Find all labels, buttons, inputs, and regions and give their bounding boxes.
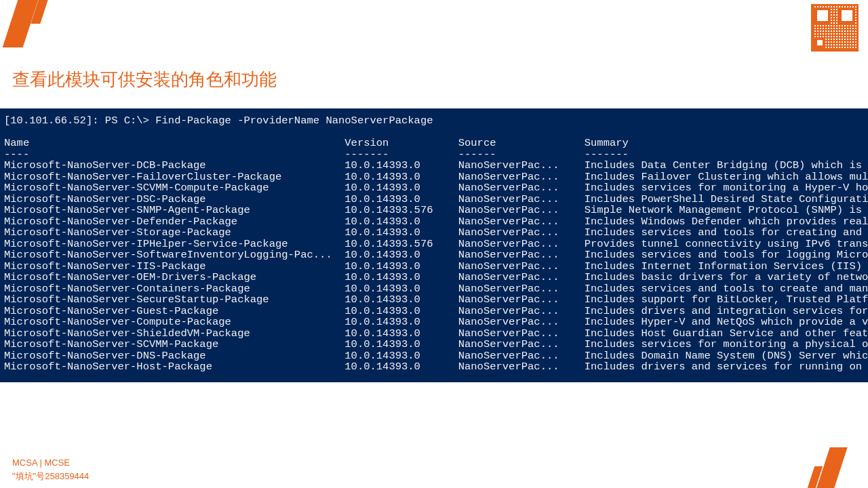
footer-line2: "填坑"号258359444	[12, 470, 89, 483]
terminal-prompt: [10.101.66.52]: PS C:\> Find-Package -Pr…	[4, 115, 433, 127]
footer-credits: MCSA | MCSE "填坑"号258359444	[12, 456, 89, 483]
top-logo	[10, 0, 44, 47]
powershell-terminal: [10.101.66.52]: PS C:\> Find-Package -Pr…	[0, 108, 868, 382]
terminal-output: Name Version Source Summary ---- -------…	[4, 137, 868, 373]
qr-corner	[814, 37, 825, 48]
footer-line1: MCSA | MCSE	[12, 456, 89, 470]
bottom-logo	[811, 447, 841, 488]
qr-code	[811, 4, 859, 52]
logo-bar	[3, 0, 39, 47]
slide-title: 查看此模块可供安装的角色和功能	[12, 68, 277, 92]
